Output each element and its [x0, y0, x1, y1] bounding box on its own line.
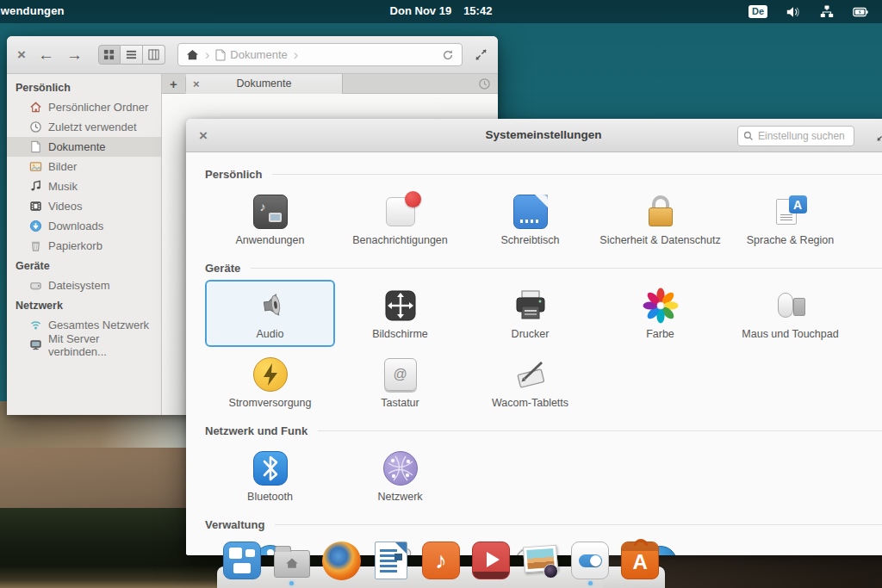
sidebar-item-recent[interactable]: Zuletzt verwendet [7, 117, 161, 137]
settings-tile-keyboard[interactable]: @Tastatur [335, 349, 465, 416]
column-view-button[interactable] [143, 45, 165, 65]
tile-label: Benachrichtigungen [352, 234, 448, 246]
files-toolbar: × ← → › Dokumente › [7, 36, 498, 74]
audio-icon [252, 288, 289, 324]
settings-tile-notifications[interactable]: Benachrichtigungen [335, 186, 465, 253]
sidebar-item-filesystem[interactable]: Dateisystem [7, 275, 161, 295]
settings-tile-wacom[interactable]: Wacom-Tabletts [465, 349, 595, 416]
dock-item-firefox-browser[interactable] [317, 541, 367, 588]
sidebar-section-header: Persönlich [7, 77, 161, 97]
settings-tile-security[interactable]: Sicherheit & Datenschutz [595, 186, 725, 253]
sidebar-item-label: Videos [48, 200, 83, 213]
tile-label: Netzwerk [377, 491, 422, 503]
settings-tile-grid: ♪AnwendungenBenachrichtigungenSchreibtis… [205, 186, 882, 255]
settings-tile-displays[interactable]: Bildschirme [335, 280, 465, 347]
refresh-icon[interactable] [442, 49, 454, 61]
tile-label: Drucker [512, 328, 550, 340]
breadcrumb[interactable]: Dokumente [230, 48, 287, 61]
search-placeholder: Einstellung suchen [758, 130, 845, 142]
settings-tile-desktop[interactable]: Schreibtisch [465, 186, 595, 253]
volume-icon[interactable] [786, 4, 801, 20]
sidebar-item-label: Musik [48, 180, 78, 193]
dock-item-photos[interactable] [516, 541, 566, 588]
document-crumb-icon [215, 49, 226, 61]
sidebar-item-trash[interactable]: Papierkorb [7, 236, 161, 256]
forward-button[interactable]: → [66, 46, 83, 63]
settings-tile-mouse[interactable]: Maus und Touchpad [725, 280, 855, 347]
firefox-browser-icon [321, 541, 361, 580]
trash-icon [29, 239, 42, 252]
tab-history-icon[interactable] [478, 77, 491, 90]
settings-tile-network[interactable]: Netzwerk [335, 443, 465, 510]
multitasking-view-icon [222, 541, 262, 580]
settings-tile-color[interactable]: Farbe [595, 280, 725, 347]
new-tab-button[interactable]: + [162, 77, 186, 91]
panel-time: 15:42 [463, 4, 492, 17]
keyboard-icon: @ [382, 356, 419, 393]
files-sidebar: PersönlichPersönlicher OrdnerZuletzt ver… [7, 74, 162, 415]
dock-item-videos[interactable] [466, 541, 516, 588]
settings-tile-audio[interactable]: Audio [205, 280, 335, 347]
power-icon [252, 356, 289, 393]
sidebar-item-music[interactable]: Musik [7, 176, 161, 196]
settings-tile-printer[interactable]: Drucker [465, 280, 595, 347]
desktop: × ← → › Dokumente › [0, 0, 882, 588]
network-icon[interactable] [819, 4, 835, 20]
dock-item-files[interactable] [267, 541, 317, 588]
dock-item-multitasking-view[interactable] [217, 541, 267, 588]
files-close-button[interactable]: × [17, 47, 26, 62]
sidebar-item-label: Zuletzt verwendet [48, 121, 137, 133]
grid-view-button[interactable] [98, 45, 121, 65]
sidebar-item-downloads[interactable]: Downloads [7, 216, 161, 236]
section-divider [318, 430, 882, 431]
sidebar-item-label: Downloads [48, 220, 103, 232]
dock-item-document-viewer[interactable] [366, 541, 416, 588]
section-title: Netzwerk und Funk [205, 424, 307, 437]
crumb-separator: › [205, 47, 209, 63]
files-maximize-icon[interactable] [475, 48, 488, 61]
dock-item-system-settings[interactable] [565, 541, 615, 588]
path-bar[interactable]: › Dokumente › [177, 43, 463, 66]
dock: ♪A [217, 541, 665, 588]
document-icon [29, 140, 42, 153]
desktop-icon [512, 194, 549, 230]
section-divider [251, 268, 882, 269]
sidebar-item-home[interactable]: Persönlicher Ordner [7, 97, 161, 117]
downloads-icon [29, 220, 42, 232]
grid-view-icon [103, 49, 115, 60]
tab-dokumente[interactable]: × Dokumente [186, 74, 343, 94]
dock-item-music[interactable]: ♪ [416, 541, 466, 588]
top-panel: Anwendungen Don Nov 1915:42 De [0, 0, 882, 23]
running-indicator [588, 581, 593, 585]
settings-maximize-icon[interactable] [876, 129, 882, 142]
settings-tile-language[interactable]: ASprache & Region [725, 186, 855, 253]
battery-icon[interactable] [853, 4, 868, 20]
server-icon [29, 338, 42, 351]
keyboard-layout-indicator[interactable]: De [748, 5, 767, 18]
list-view-button[interactable] [121, 45, 143, 65]
settings-section-header: Geräte [205, 262, 882, 275]
sidebar-item-document[interactable]: Dokumente [7, 137, 161, 157]
sidebar-item-pictures[interactable]: Bilder [7, 157, 161, 176]
running-indicator [289, 581, 294, 585]
tile-label: Sicherheit & Datenschutz [599, 234, 720, 246]
settings-search-field[interactable]: Einstellung suchen [737, 126, 854, 146]
tile-label: Bluetooth [247, 491, 293, 503]
sidebar-item-server[interactable]: Mit Server verbinden... [7, 335, 161, 355]
settings-tile-applications[interactable]: ♪Anwendungen [205, 186, 335, 253]
sidebar-item-label: Dokumente [48, 140, 105, 153]
settings-tile-power[interactable]: Stromversorgung [205, 349, 335, 416]
sidebar-item-videos[interactable]: Videos [7, 196, 161, 216]
sidebar-section-header: Netzwerk [7, 295, 161, 315]
files-tab-bar: + × Dokumente [162, 74, 498, 94]
displays-icon [382, 288, 419, 324]
photos-icon [521, 541, 561, 580]
section-divider [272, 174, 882, 175]
back-button[interactable]: ← [38, 46, 54, 63]
applications-icon: ♪ [252, 194, 289, 230]
tile-label: Stromversorgung [229, 397, 312, 409]
dock-item-appcenter[interactable]: A [615, 541, 665, 588]
sidebar-item-label: Persönlicher Ordner [48, 101, 148, 114]
appcenter-icon: A [620, 541, 660, 580]
settings-tile-bluetooth[interactable]: Bluetooth [205, 443, 335, 510]
